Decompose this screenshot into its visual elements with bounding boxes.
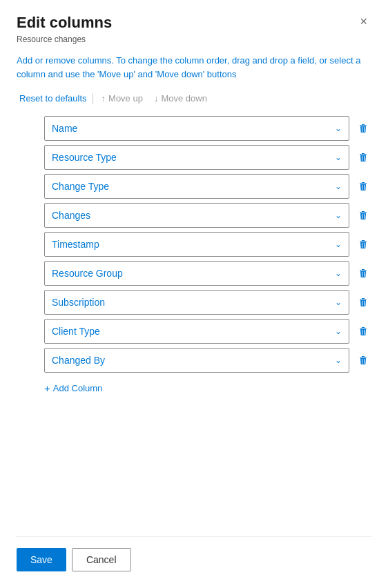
delete-column-button-4[interactable] xyxy=(355,236,371,253)
description-text: Add or remove columns. To change the col… xyxy=(17,54,371,81)
move-down-label: Move down xyxy=(161,93,206,104)
table-row: Resource Group ⌄ xyxy=(44,261,371,286)
column-select-7[interactable]: Client Type ⌄ xyxy=(44,319,349,344)
column-select-3[interactable]: Changes ⌄ xyxy=(44,203,349,228)
trash-icon xyxy=(358,297,369,308)
table-row: Name ⌄ xyxy=(44,116,371,141)
trash-icon xyxy=(358,152,369,163)
column-label-0: Name xyxy=(52,123,77,134)
column-label-2: Change Type xyxy=(52,181,109,192)
column-select-4[interactable]: Timestamp ⌄ xyxy=(44,232,349,257)
chevron-down-icon: ⌄ xyxy=(335,326,342,336)
trash-icon xyxy=(358,355,369,366)
column-label-4: Timestamp xyxy=(52,239,99,250)
table-row: Change Type ⌄ xyxy=(44,174,371,199)
column-label-8: Changed By xyxy=(52,355,105,366)
table-row: Resource Type ⌄ xyxy=(44,145,371,170)
column-label-7: Client Type xyxy=(52,326,100,337)
chevron-down-icon: ⌄ xyxy=(335,153,342,162)
columns-list: Name ⌄ Resource Type ⌄ Change Type ⌄ xyxy=(17,116,371,373)
move-up-label: Move up xyxy=(108,93,143,104)
delete-column-button-5[interactable] xyxy=(355,265,371,282)
move-down-button[interactable]: ↓ Move down xyxy=(151,92,210,105)
add-column-label: Add Column xyxy=(53,383,103,393)
trash-icon xyxy=(358,326,369,337)
table-row: Changes ⌄ xyxy=(44,203,371,228)
close-button[interactable]: × xyxy=(356,14,371,29)
reset-defaults-button[interactable]: Reset to defaults xyxy=(19,93,87,104)
cancel-button[interactable]: Cancel xyxy=(72,548,131,571)
chevron-down-icon: ⌄ xyxy=(335,210,342,220)
table-row: Subscription ⌄ xyxy=(44,290,371,315)
column-select-6[interactable]: Subscription ⌄ xyxy=(44,290,349,315)
move-up-button[interactable]: ↑ Move up xyxy=(99,92,146,105)
column-label-1: Resource Type xyxy=(52,152,117,163)
trash-icon xyxy=(358,123,369,134)
chevron-down-icon: ⌄ xyxy=(335,355,342,365)
chevron-down-icon: ⌄ xyxy=(335,124,342,133)
trash-icon xyxy=(358,210,369,221)
delete-column-button-1[interactable] xyxy=(355,149,371,166)
column-select-1[interactable]: Resource Type ⌄ xyxy=(44,145,349,170)
column-select-0[interactable]: Name ⌄ xyxy=(44,116,349,141)
trash-icon xyxy=(358,268,369,279)
column-label-5: Resource Group xyxy=(52,268,123,279)
chevron-down-icon: ⌄ xyxy=(335,268,342,278)
table-row: Timestamp ⌄ xyxy=(44,232,371,257)
add-column-button[interactable]: + Add Column xyxy=(44,380,371,397)
chevron-down-icon: ⌄ xyxy=(335,297,342,307)
panel-title: Edit columns xyxy=(17,14,112,32)
delete-column-button-6[interactable] xyxy=(355,294,371,311)
move-up-icon: ↑ xyxy=(101,93,106,104)
delete-column-button-8[interactable] xyxy=(355,352,371,369)
chevron-down-icon: ⌄ xyxy=(335,239,342,249)
subtitle: Resource changes xyxy=(17,35,371,44)
add-column-plus-icon: + xyxy=(44,382,50,394)
toolbar-divider xyxy=(93,93,93,104)
column-label-6: Subscription xyxy=(52,297,105,308)
footer: Save Cancel xyxy=(17,536,371,571)
delete-column-button-7[interactable] xyxy=(355,323,371,340)
panel-header: Edit columns × xyxy=(17,14,371,32)
column-select-8[interactable]: Changed By ⌄ xyxy=(44,348,349,373)
edit-columns-panel: Edit columns × Resource changes Add or r… xyxy=(0,0,388,588)
trash-icon xyxy=(358,181,369,192)
table-row: Client Type ⌄ xyxy=(44,319,371,344)
chevron-down-icon: ⌄ xyxy=(335,182,342,191)
toolbar: Reset to defaults ↑ Move up ↓ Move down xyxy=(17,92,371,105)
column-label-3: Changes xyxy=(52,210,90,221)
column-select-5[interactable]: Resource Group ⌄ xyxy=(44,261,349,286)
trash-icon xyxy=(358,239,369,250)
delete-column-button-3[interactable] xyxy=(355,207,371,224)
delete-column-button-0[interactable] xyxy=(355,120,371,137)
table-row: Changed By ⌄ xyxy=(44,348,371,373)
delete-column-button-2[interactable] xyxy=(355,178,371,195)
move-down-icon: ↓ xyxy=(154,93,159,104)
column-select-2[interactable]: Change Type ⌄ xyxy=(44,174,349,199)
save-button[interactable]: Save xyxy=(17,548,66,571)
